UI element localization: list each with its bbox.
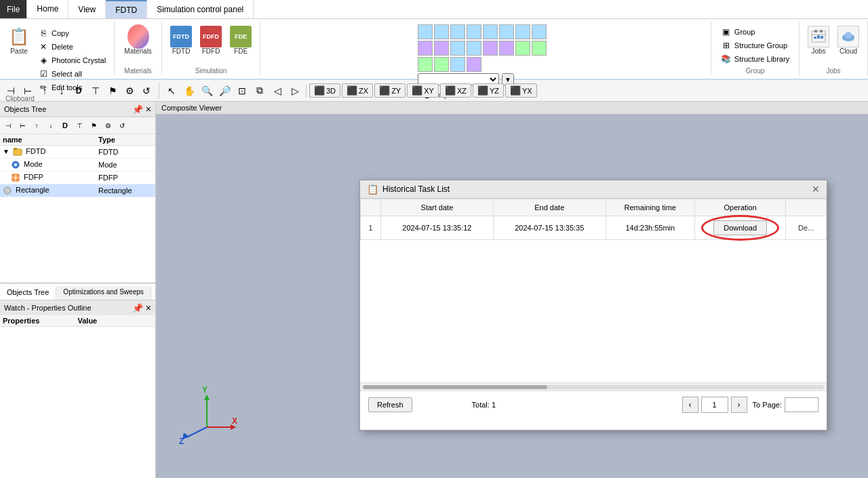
struct-shape-4[interactable]	[467, 24, 481, 39]
tree-item-rectangle[interactable]: Rectangle Rectangle	[0, 184, 155, 197]
structure-group-button[interactable]: ⊞ Structure Group	[718, 39, 792, 52]
fdfd-button[interactable]: FDFD FDFD	[197, 24, 224, 56]
tree-expand-btn[interactable]: ⊢	[16, 119, 29, 132]
struct-shape-17[interactable]	[418, 57, 433, 72]
view-zx[interactable]: ⬛ ZX	[342, 83, 373, 98]
tab-simulation-control[interactable]: Simulation control panel	[147, 0, 254, 18]
struct-shape-15[interactable]	[515, 41, 530, 56]
prev-page-btn[interactable]: ‹	[682, 397, 698, 413]
delete-button[interactable]: ✕ Delete	[35, 41, 108, 53]
copy-button[interactable]: ⎘ Copy	[35, 27, 108, 39]
next-view-tool[interactable]: ▷	[287, 83, 303, 99]
tree-tool-3[interactable]: ↑	[37, 83, 53, 99]
struct-shape-9[interactable]	[418, 41, 433, 56]
tab-objects-tree[interactable]: Objects Tree	[0, 286, 56, 300]
cloud-button[interactable]: Cloud	[835, 24, 862, 56]
struct-shape-3[interactable]	[450, 24, 465, 39]
group-button[interactable]: ▣ Group	[718, 26, 792, 38]
view-yx[interactable]: ⬛ YX	[505, 83, 537, 98]
svg-rect-6	[821, 36, 823, 39]
tree-item-fdtd[interactable]: ▼ FDTD FDTD	[0, 146, 155, 159]
tree-refresh-btn[interactable]: ↺	[115, 119, 129, 132]
tree-item-fdfp[interactable]: FDFP FDFP	[0, 172, 155, 184]
modal-close-btn[interactable]: ✕	[812, 184, 820, 195]
prev-view-tool[interactable]: ◁	[269, 83, 285, 99]
props-content	[0, 327, 155, 478]
tree-tool-6[interactable]: ⊤	[87, 83, 104, 99]
tree-d-btn[interactable]: D	[58, 119, 72, 132]
struct-shape-13[interactable]	[483, 41, 498, 56]
struct-shape-8[interactable]	[532, 24, 547, 39]
fdtd-button[interactable]: FDTD FDTD	[167, 24, 195, 56]
struct-shape-6[interactable]	[499, 24, 514, 39]
panel-close-btn[interactable]: ×	[146, 104, 151, 115]
tree-collapse-btn[interactable]: ⊣	[1, 119, 15, 132]
struct-shape-10[interactable]	[434, 41, 449, 56]
select-all-button[interactable]: ☑ Select all	[35, 68, 108, 80]
struct-shape-18[interactable]	[434, 57, 449, 72]
select-tool[interactable]: ↖	[163, 83, 180, 99]
download-button[interactable]: Download	[713, 220, 767, 235]
next-page-btn[interactable]: ›	[731, 397, 747, 413]
view-xz[interactable]: ⬛ XZ	[440, 83, 471, 98]
page-number-input[interactable]	[701, 397, 728, 413]
tab-view[interactable]: View	[68, 0, 106, 18]
struct-shape-11[interactable]	[450, 41, 465, 56]
tree-tool-9[interactable]: ↺	[138, 83, 155, 99]
tree-tool-4[interactable]: ↓	[54, 83, 70, 99]
struct-shape-20[interactable]	[467, 57, 481, 72]
struct-shape-1[interactable]	[418, 24, 433, 39]
struct-shape-19[interactable]	[450, 57, 465, 72]
photonic-crystal-button[interactable]: ◈ Photonic Crystal	[35, 54, 108, 66]
tree-tool-7[interactable]: ⚑	[104, 83, 121, 99]
tree-tool-5[interactable]: D	[71, 83, 87, 99]
tree-item-mode[interactable]: Mode Mode	[0, 159, 155, 172]
struct-shape-5[interactable]	[483, 24, 498, 39]
objects-tree-header: Objects Tree 📌 ×	[0, 102, 155, 117]
ribbon-group-clipboard: 📋 Paste ⎘ Copy ✕ Delete ◈ Photonic Cryst…	[0, 22, 115, 76]
struct-shape-7[interactable]	[515, 24, 530, 39]
view-3d[interactable]: ⬛ 3D	[309, 83, 340, 98]
structure-library-button[interactable]: 📚 Structure Library	[718, 53, 792, 65]
zoom-in-tool[interactable]: 🔍	[199, 83, 215, 99]
tab-fdtd[interactable]: FDTD	[106, 0, 147, 18]
zoom-fit-tool[interactable]: ⊡	[234, 83, 250, 99]
ribbon: 📋 Paste ⎘ Copy ✕ Delete ◈ Photonic Cryst…	[0, 19, 868, 80]
props-pin-btn[interactable]: 📌	[132, 302, 143, 313]
tab-file[interactable]: File	[0, 0, 27, 18]
tree-down-btn[interactable]: ↓	[44, 119, 58, 132]
materials-button[interactable]: Materials	[121, 24, 155, 56]
tree-tool-2[interactable]: ⊢	[20, 83, 36, 99]
tree-tool-1[interactable]: ⊣	[3, 83, 19, 99]
jobs-button[interactable]: Jobs	[805, 24, 832, 56]
tree-up-btn[interactable]: ↑	[30, 119, 43, 132]
pan-tool[interactable]: ✋	[181, 83, 197, 99]
view-yz[interactable]: ⬛ YZ	[473, 83, 504, 98]
tab-optimizations[interactable]: Optimizations and Sweeps	[56, 286, 151, 300]
refresh-button[interactable]: Refresh	[368, 397, 412, 412]
struct-shape-2[interactable]	[434, 24, 449, 39]
tab-home[interactable]: Home	[27, 0, 68, 18]
struct-shape-12[interactable]	[467, 41, 481, 56]
tree-pin-btn[interactable]: ⊤	[73, 119, 86, 132]
props-close-btn[interactable]: ×	[146, 302, 151, 313]
struct-shape-14[interactable]	[499, 41, 514, 56]
tree-tool-8[interactable]: ⚙	[121, 83, 138, 99]
copy-icon: ⎘	[38, 28, 49, 39]
zy-icon: ⬛	[379, 85, 390, 96]
table-scrollbar[interactable]	[360, 382, 827, 391]
fde-button[interactable]: FDE FDE	[227, 24, 254, 56]
paste-button[interactable]: 📋 Paste	[5, 24, 33, 56]
view-zy[interactable]: ⬛ ZY	[374, 83, 406, 98]
panel-pin-btn[interactable]: 📌	[132, 104, 143, 115]
struct-shape-16[interactable]	[532, 41, 547, 56]
row-delete[interactable]: De...	[786, 216, 827, 240]
view-xy[interactable]: ⬛ XY	[407, 83, 439, 98]
to-page-input[interactable]	[785, 397, 818, 412]
tree-gear-btn[interactable]: ⚙	[101, 119, 115, 132]
zoom-window-tool[interactable]: ⧉	[252, 83, 268, 99]
zoom-out-tool[interactable]: 🔎	[216, 83, 233, 99]
modal-header: 📋 Historical Task List ✕	[360, 180, 827, 199]
col-operation: Operation	[694, 199, 786, 216]
tree-flag-btn[interactable]: ⚑	[87, 119, 100, 132]
